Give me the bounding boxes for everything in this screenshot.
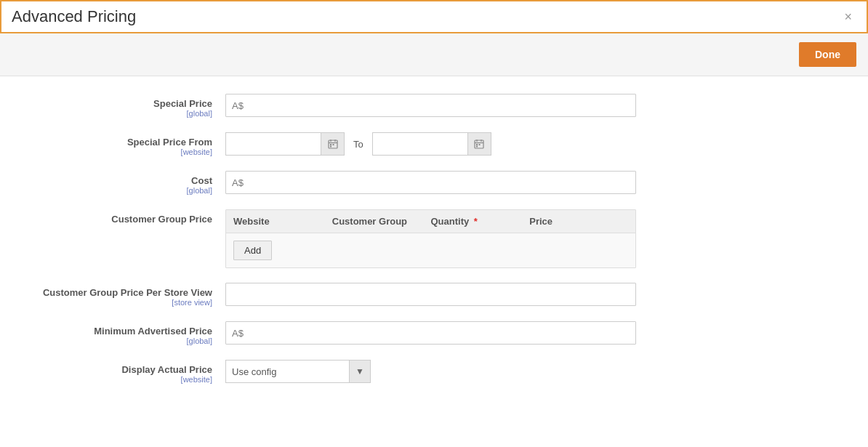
required-star: *: [474, 216, 478, 227]
group-price-header: Website Customer Group Quantity * Price: [226, 210, 635, 233]
customer-group-price-store-field: [225, 283, 846, 306]
cost-field: [225, 171, 846, 194]
add-button[interactable]: Add: [233, 241, 272, 260]
form-content: Special Price [global] Special Price Fro…: [0, 76, 868, 447]
date-from-wrap: [225, 132, 345, 156]
display-actual-price-select-wrap: Use config On Gesture In Cart Before Ord…: [225, 360, 371, 383]
customer-group-price-field: Website Customer Group Quantity * Price …: [225, 209, 846, 268]
date-to-input[interactable]: [373, 133, 467, 155]
svg-rect-13: [476, 146, 478, 148]
title-bar: Advanced Pricing ×: [0, 0, 868, 33]
done-button[interactable]: Done: [799, 42, 856, 67]
special-price-from-row: Special Price From [website]: [0, 132, 868, 156]
customer-group-price-store-input[interactable]: [225, 283, 636, 306]
date-range: To: [225, 132, 846, 156]
col-customer-group: Customer Group: [332, 216, 431, 227]
minimum-advertised-price-label: Minimum Advertised Price [global]: [0, 321, 225, 345]
customer-group-price-row: Customer Group Price Website Customer Gr…: [0, 209, 868, 268]
display-actual-price-field: Use config On Gesture In Cart Before Ord…: [225, 360, 846, 383]
group-price-body: Add: [226, 233, 635, 267]
special-price-field: [225, 94, 846, 117]
chevron-down-icon: ▼: [349, 361, 370, 382]
action-bar: Done: [0, 33, 868, 76]
minimum-advertised-price-input[interactable]: [225, 321, 636, 345]
customer-group-price-store-label: Customer Group Price Per Store View [sto…: [0, 283, 225, 307]
group-price-table: Website Customer Group Quantity * Price …: [225, 209, 636, 268]
special-price-from-field: To: [225, 132, 846, 156]
svg-rect-11: [476, 144, 478, 145]
svg-rect-12: [479, 144, 481, 145]
customer-group-price-label: Customer Group Price: [0, 209, 225, 225]
svg-rect-4: [330, 144, 331, 145]
svg-rect-5: [332, 144, 334, 145]
close-button[interactable]: ×: [840, 9, 856, 25]
special-price-input[interactable]: [225, 94, 636, 117]
svg-rect-6: [330, 146, 331, 148]
date-from-input[interactable]: [226, 133, 321, 155]
date-to-wrap: [372, 132, 491, 156]
minimum-advertised-price-row: Minimum Advertised Price [global]: [0, 321, 868, 345]
to-label: To: [350, 139, 366, 150]
special-price-label: Special Price [global]: [0, 94, 225, 118]
cost-row: Cost [global]: [0, 171, 868, 195]
display-actual-price-label: Display Actual Price [website]: [0, 360, 225, 384]
date-to-calendar-button[interactable]: [467, 133, 491, 155]
cost-label: Cost [global]: [0, 171, 225, 195]
customer-group-price-store-row: Customer Group Price Per Store View [sto…: [0, 283, 868, 307]
col-price: Price: [529, 216, 628, 227]
calendar-icon: [474, 139, 484, 149]
minimum-advertised-price-field: [225, 321, 846, 345]
cost-input[interactable]: [225, 171, 636, 194]
date-from-calendar-button[interactable]: [321, 133, 344, 155]
col-quantity: Quantity *: [431, 216, 530, 227]
display-actual-price-row: Display Actual Price [website] Use confi…: [0, 360, 868, 384]
special-price-from-label: Special Price From [website]: [0, 132, 225, 156]
calendar-icon: [328, 139, 338, 149]
special-price-row: Special Price [global]: [0, 94, 868, 118]
col-website: Website: [233, 216, 332, 227]
page-title: Advanced Pricing: [12, 7, 136, 26]
display-actual-price-select[interactable]: Use config On Gesture In Cart Before Ord…: [226, 363, 349, 380]
